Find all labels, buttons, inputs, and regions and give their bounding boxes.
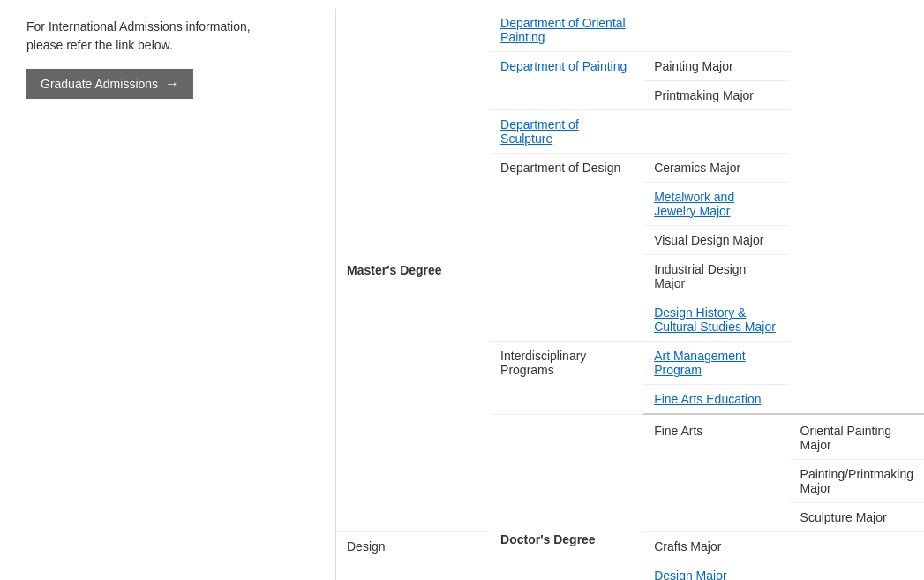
major-cell: Crafts Major (643, 532, 789, 561)
major-cell (643, 110, 789, 154)
arrow-icon: → (165, 76, 179, 92)
dept-sculpture-link[interactable]: Department of Sculpture (500, 117, 579, 146)
masters-degree-cell: Master's Degree (336, 9, 490, 532)
major-cell: Sculpture Major (790, 503, 924, 532)
design-history-link[interactable]: Design History & Cultural Studies Major (654, 305, 776, 334)
metalwork-jewelry-link[interactable]: Metalwork and Jewelry Major (654, 190, 734, 218)
major-cell: Painting Major (643, 52, 789, 81)
table-row: Master's Degree Department of Oriental P… (336, 9, 924, 52)
dept-cell: Department of Design (490, 154, 643, 342)
major-cell: Oriental Painting Major (790, 414, 924, 460)
major-cell (643, 9, 789, 52)
dept-cell: Fine Arts (643, 414, 789, 532)
major-cell: Visual Design Major (643, 226, 789, 255)
major-cell: Metalwork and Jewelry Major (643, 183, 789, 226)
dept-cell: Department of Sculpture (490, 110, 643, 154)
dept-cell: Department of Painting (490, 52, 643, 110)
left-panel: For International Admissions information… (0, 9, 335, 580)
major-cell: Art Management Program (643, 342, 789, 385)
design-major-link[interactable]: Design Major (654, 569, 726, 580)
dept-cell: Design (336, 532, 490, 581)
admissions-table: Master's Degree Department of Oriental P… (336, 9, 924, 580)
dept-cell: Interdisciplinary Programs (490, 342, 643, 415)
button-label: Graduate Admissions (41, 77, 158, 91)
dept-painting-link[interactable]: Department of Painting (500, 59, 627, 73)
major-cell: Printmaking Major (643, 81, 789, 110)
graduate-admissions-button[interactable]: Graduate Admissions → (26, 69, 193, 99)
major-cell: Design History & Cultural Studies Major (643, 298, 789, 342)
major-cell: Ceramics Major (643, 154, 789, 183)
doctors-degree-cell: Doctor's Degree (490, 414, 643, 580)
major-cell: Design Major (643, 561, 789, 581)
major-cell: Painting/Printmaking Major (790, 460, 924, 503)
fine-arts-education-masters-link[interactable]: Fine Arts Education (654, 392, 761, 406)
intro-text: For International Admissions information… (26, 18, 318, 55)
major-cell: Fine Arts Education (643, 385, 789, 415)
art-management-masters-link[interactable]: Art Management Program (654, 349, 746, 377)
major-cell: Industrial Design Major (643, 255, 789, 298)
dept-oriental-painting-link[interactable]: Department of Oriental Painting (500, 16, 626, 44)
right-panel: Master's Degree Department of Oriental P… (335, 9, 924, 580)
dept-cell: Department of Oriental Painting (490, 9, 643, 52)
